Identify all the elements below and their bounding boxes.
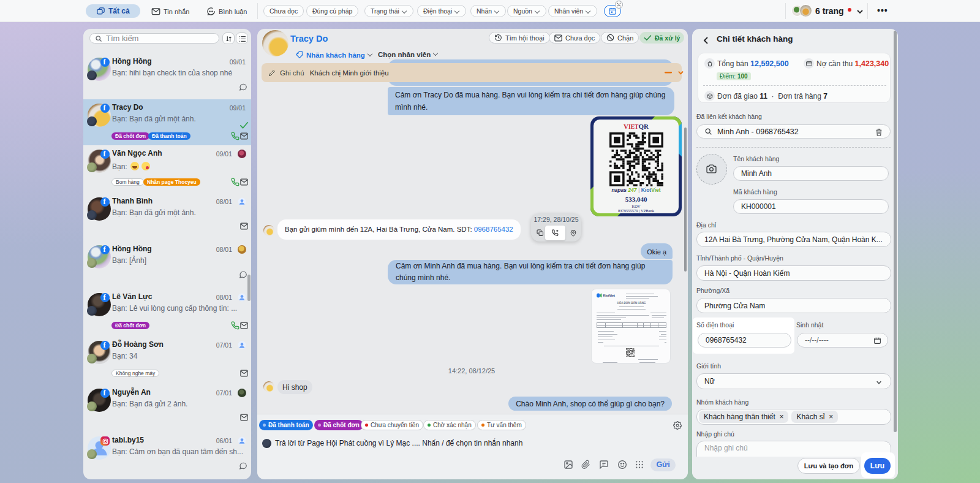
svg-text:KiotViet: KiotViet bbox=[603, 294, 615, 297]
